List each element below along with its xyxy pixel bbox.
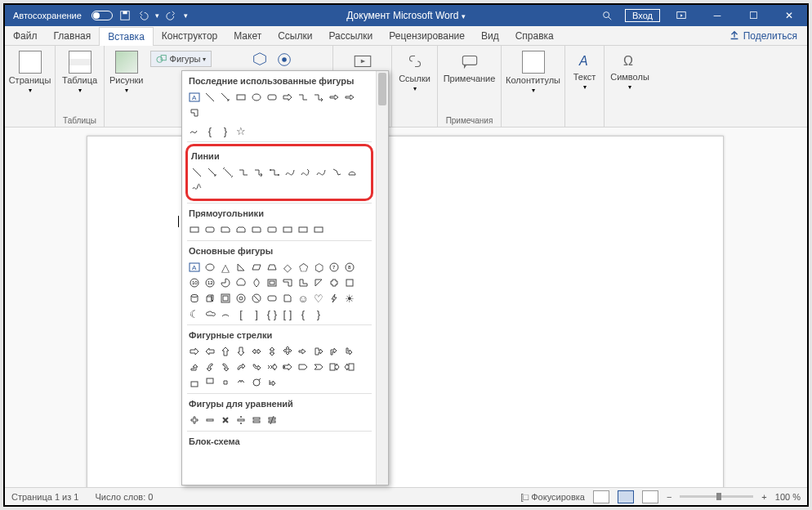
login-button[interactable]: Вход <box>625 9 660 22</box>
shape-a-call-u[interactable] <box>187 375 202 390</box>
symbols-button[interactable]: ΩСимволы▾ <box>605 47 654 94</box>
shape-line-arrow1[interactable] <box>205 165 220 180</box>
comment-button[interactable]: Примечание <box>439 47 501 87</box>
shape-b-brk-r[interactable]: ] <box>249 306 264 321</box>
shape-r8[interactable] <box>296 222 310 237</box>
shape-freeform[interactable] <box>329 165 344 180</box>
shape-oval[interactable] <box>249 90 264 105</box>
shape-a-10[interactable] <box>342 344 357 359</box>
shape-b-smile[interactable]: ☺ <box>296 291 310 306</box>
page-indicator[interactable]: Страница 1 из 1 <box>11 492 78 502</box>
shape-b-fold[interactable] <box>280 291 295 306</box>
shape-curve-arrow[interactable] <box>298 165 313 180</box>
shape-r9[interactable] <box>311 222 326 237</box>
shape-eq-minus[interactable] <box>203 413 217 427</box>
shape-arrow-r[interactable] <box>280 90 295 105</box>
shape-curve-double[interactable] <box>314 165 328 180</box>
tab-mailings[interactable]: Рассылки <box>320 26 381 45</box>
shape-b-arc[interactable] <box>218 306 233 321</box>
shape-eq-plus[interactable] <box>187 413 202 427</box>
shape-r7[interactable] <box>280 222 295 237</box>
shape-connector[interactable] <box>296 90 310 105</box>
tab-view[interactable]: Вид <box>473 26 507 45</box>
share-button[interactable]: Поделиться <box>719 26 807 45</box>
shape-a-curve-u[interactable] <box>234 360 248 374</box>
tab-review[interactable]: Рецензирование <box>381 26 473 45</box>
shape-line-double[interactable] <box>221 165 235 180</box>
shape-textbox[interactable]: A <box>187 90 202 105</box>
shape-b-cloud[interactable] <box>203 306 217 321</box>
shape-a-pent[interactable] <box>296 360 310 374</box>
shape-scribble[interactable] <box>187 123 202 138</box>
shape-b-para[interactable] <box>249 260 264 275</box>
shape-a-l[interactable] <box>203 344 217 359</box>
shape-scribble2[interactable] <box>190 181 204 195</box>
shape-a-8[interactable] <box>311 344 326 359</box>
shape-elbow-arrow[interactable] <box>252 165 266 180</box>
shape-b-plaque[interactable] <box>342 275 357 290</box>
shape-arrow-block[interactable] <box>327 90 341 105</box>
shape-b-half[interactable] <box>280 275 295 290</box>
shape-arrow-block2[interactable] <box>342 90 357 105</box>
close-button[interactable]: ✕ <box>771 5 807 26</box>
shape-a-r[interactable] <box>187 344 202 359</box>
shape-b-dia[interactable]: ◇ <box>280 260 295 275</box>
shape-r1[interactable] <box>187 222 202 237</box>
shape-rect[interactable] <box>234 90 248 105</box>
shape-r4[interactable] <box>234 222 248 237</box>
shape-r6[interactable] <box>265 222 279 237</box>
save-icon[interactable] <box>119 10 131 21</box>
tab-help[interactable]: Справка <box>507 26 562 45</box>
shape-b-oval[interactable] <box>203 260 217 275</box>
shape-b-dec[interactable]: 10 <box>187 275 202 290</box>
shape-b-moon[interactable]: ☾ <box>187 306 202 321</box>
shape-corner[interactable] <box>187 105 202 120</box>
shape-a-quad[interactable] <box>280 344 295 359</box>
shape-b-diag[interactable] <box>311 275 326 290</box>
tab-design[interactable]: Конструктор <box>154 26 225 45</box>
shape-b-no[interactable] <box>249 291 264 306</box>
text-button[interactable]: AТекст▾ <box>569 47 601 94</box>
shape-a-26[interactable] <box>234 375 248 390</box>
shape-a-curve-r[interactable] <box>218 360 233 374</box>
shape-a-notch[interactable] <box>280 360 295 374</box>
shape-eq-neq[interactable] <box>265 413 279 427</box>
shape-elbow[interactable] <box>236 165 251 180</box>
shape-b-bevel[interactable] <box>218 291 233 306</box>
shape-freeform2[interactable] <box>345 165 359 180</box>
shape-b-brk-pair[interactable]: [ ] <box>280 306 295 321</box>
view-read[interactable] <box>593 490 609 503</box>
tab-insert[interactable]: Вставка <box>99 27 154 46</box>
shape-a-27[interactable] <box>249 375 264 390</box>
shape-b-l[interactable] <box>296 275 310 290</box>
tab-layout[interactable]: Макет <box>225 26 270 45</box>
shape-eq-div[interactable] <box>234 413 248 427</box>
autosave-toggle[interactable] <box>91 11 113 20</box>
links-button[interactable]: Ссылки▾ <box>394 47 435 96</box>
shape-a-call-l[interactable] <box>342 360 357 374</box>
search-icon[interactable] <box>589 5 625 26</box>
shape-b-hex[interactable]: ⬡ <box>311 260 326 275</box>
shape-line-arrow[interactable] <box>218 90 233 105</box>
shape-b-rtri[interactable] <box>234 260 248 275</box>
shape-b-hept[interactable]: 7 <box>327 260 341 275</box>
shape-a-ud[interactable] <box>265 344 279 359</box>
shape-a-d[interactable] <box>234 344 248 359</box>
tab-file[interactable]: Файл <box>5 26 46 45</box>
zoom-in[interactable]: + <box>761 492 766 502</box>
shape-connector2[interactable] <box>311 90 326 105</box>
shape-roundrect[interactable] <box>265 90 279 105</box>
shape-star[interactable]: ☆ <box>234 123 248 138</box>
shape-a-7[interactable] <box>296 344 310 359</box>
headers-button[interactable]: Колонтитулы▾ <box>501 47 565 97</box>
shape-curve[interactable] <box>283 165 297 180</box>
tab-home[interactable]: Главная <box>46 26 100 45</box>
shape-b-pent[interactable]: ⬠ <box>296 260 310 275</box>
shape-brace-l[interactable]: { <box>203 123 217 138</box>
shape-a-curve-l[interactable] <box>203 360 217 374</box>
shape-b-textbox[interactable]: A <box>187 260 202 275</box>
shape-b-tear[interactable] <box>249 275 264 290</box>
shape-a-curve-d[interactable] <box>249 360 264 374</box>
pages-button[interactable]: Страницы▾ <box>4 47 56 97</box>
shape-b-pie[interactable] <box>218 275 233 290</box>
